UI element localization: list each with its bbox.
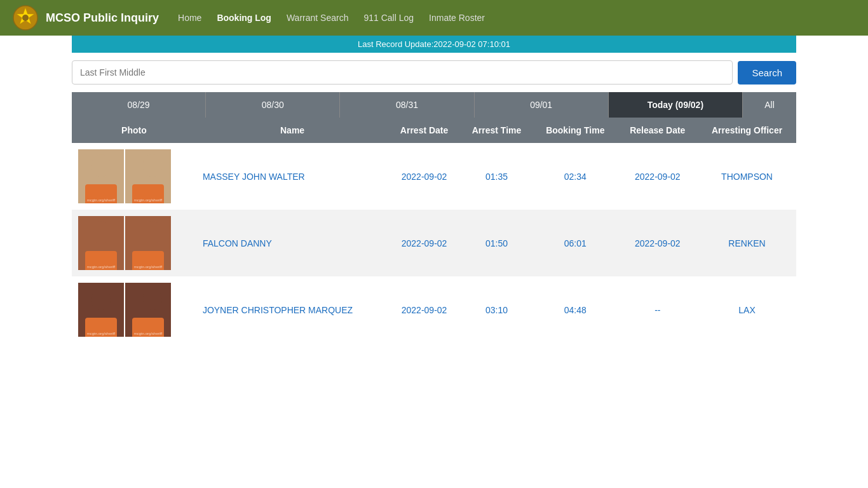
search-button[interactable]: Search bbox=[738, 61, 796, 85]
inmate-name[interactable]: MASSEY JOHN WALTER bbox=[196, 143, 388, 210]
arresting-officer: THOMPSON bbox=[698, 143, 796, 210]
col-photo: Photo bbox=[72, 118, 196, 143]
app-title: MCSO Public Inquiry bbox=[46, 11, 159, 25]
booking-table: Photo Name Arrest Date Arrest Time Booki… bbox=[72, 118, 796, 343]
release-date: 2022-09-02 bbox=[618, 210, 698, 276]
nav-links: Home Booking Log Warrant Search 911 Call… bbox=[178, 13, 485, 23]
nav-inmate-roster[interactable]: Inmate Roster bbox=[429, 13, 485, 23]
tab-0831[interactable]: 08/31 bbox=[340, 92, 474, 118]
record-update-text: Last Record Update:2022-09-02 07:10:01 bbox=[358, 39, 510, 49]
arrest-time: 01:50 bbox=[460, 210, 533, 276]
inmate-name[interactable]: JOYNER CHRISTOPHER MARQUEZ bbox=[196, 276, 388, 343]
release-date: 2022-09-02 bbox=[618, 143, 698, 210]
booking-time: 06:01 bbox=[533, 210, 618, 276]
inmate-name[interactable]: FALCON DANNY bbox=[196, 210, 388, 276]
tab-0829[interactable]: 08/29 bbox=[72, 92, 206, 118]
tab-0830[interactable]: 08/30 bbox=[206, 92, 340, 118]
col-release-date: Release Date bbox=[618, 118, 698, 143]
nav-warrant-search[interactable]: Warrant Search bbox=[287, 13, 349, 23]
table-header-row: Photo Name Arrest Date Arrest Time Booki… bbox=[72, 118, 796, 143]
search-area: Search bbox=[72, 53, 796, 92]
table-row: mcgtn.org/sheriff mcgtn.org/sheriff JOYN… bbox=[72, 276, 796, 343]
date-tabs: 08/29 08/30 08/31 09/01 Today (09/02) Al… bbox=[72, 92, 796, 118]
release-date: -- bbox=[618, 276, 698, 343]
col-name: Name bbox=[196, 118, 388, 143]
photo-cell[interactable]: mcgtn.org/sheriff mcgtn.org/sheriff bbox=[72, 210, 196, 276]
arrest-date: 2022-09-02 bbox=[388, 276, 460, 343]
col-arresting-officer: Arresting Officer bbox=[698, 118, 796, 143]
arresting-officer: LAX bbox=[698, 276, 796, 343]
nav-home[interactable]: Home bbox=[178, 13, 201, 23]
booking-time: 04:48 bbox=[533, 276, 618, 343]
navbar-logo bbox=[13, 5, 38, 30]
booking-time: 02:34 bbox=[533, 143, 618, 210]
table-row: mcgtn.org/sheriff mcgtn.org/sheriff FALC… bbox=[72, 210, 796, 276]
search-input[interactable] bbox=[72, 60, 733, 85]
tab-0901[interactable]: 09/01 bbox=[475, 92, 609, 118]
arresting-officer: RENKEN bbox=[698, 210, 796, 276]
photo-cell[interactable]: mcgtn.org/sheriff mcgtn.org/sheriff bbox=[72, 276, 196, 343]
arrest-date: 2022-09-02 bbox=[388, 143, 460, 210]
navbar: MCSO Public Inquiry Home Booking Log War… bbox=[0, 0, 868, 36]
nav-911-call-log[interactable]: 911 Call Log bbox=[363, 13, 414, 23]
nav-booking-log[interactable]: Booking Log bbox=[217, 13, 271, 23]
arrest-time: 03:10 bbox=[460, 276, 533, 343]
photo-cell[interactable]: mcgtn.org/sheriff mcgtn.org/sheriff bbox=[72, 143, 196, 210]
col-arrest-time: Arrest Time bbox=[460, 118, 533, 143]
tab-today[interactable]: Today (09/02) bbox=[609, 92, 743, 118]
col-arrest-date: Arrest Date bbox=[388, 118, 460, 143]
table-row: mcgtn.org/sheriff mcgtn.org/sheriff MASS… bbox=[72, 143, 796, 210]
svg-point-2 bbox=[22, 15, 29, 21]
col-booking-time: Booking Time bbox=[533, 118, 618, 143]
tab-all[interactable]: All bbox=[743, 92, 796, 118]
main-content: Last Record Update:2022-09-02 07:10:01 S… bbox=[72, 36, 796, 343]
record-update-bar: Last Record Update:2022-09-02 07:10:01 bbox=[72, 36, 796, 53]
arrest-time: 01:35 bbox=[460, 143, 533, 210]
arrest-date: 2022-09-02 bbox=[388, 210, 460, 276]
